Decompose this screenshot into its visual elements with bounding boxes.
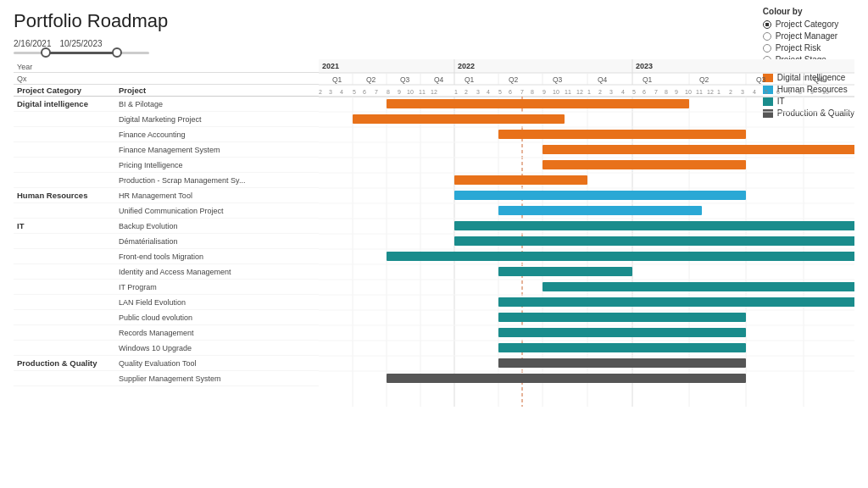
svg-text:5: 5 bbox=[632, 89, 636, 95]
svg-text:9: 9 bbox=[398, 89, 401, 95]
svg-text:11: 11 bbox=[419, 89, 426, 95]
project-bi: BI & Pilotage bbox=[115, 100, 319, 108]
project-identity: Identity and Access Management bbox=[115, 268, 319, 276]
svg-text:4: 4 bbox=[753, 89, 756, 95]
table-row: Production - Scrap Management Sy... bbox=[14, 173, 319, 188]
bar-supplier bbox=[387, 374, 746, 383]
slider-handle-left[interactable] bbox=[41, 47, 51, 58]
svg-text:12: 12 bbox=[707, 89, 714, 95]
radio-project-manager[interactable] bbox=[763, 32, 771, 41]
qx-label: Qx bbox=[17, 75, 27, 83]
svg-text:3: 3 bbox=[741, 89, 744, 95]
colour-option-2[interactable]: Project Manager bbox=[763, 31, 854, 41]
project-pricing: Pricing Intelligence bbox=[115, 161, 319, 169]
table-row: Finance Management System bbox=[14, 142, 319, 158]
bar-backup bbox=[454, 221, 854, 230]
project-cloud: Public cloud evolution bbox=[115, 313, 319, 322]
svg-text:2: 2 bbox=[319, 89, 322, 95]
project-supplier: Supplier Management System bbox=[115, 374, 319, 383]
table-row: Human Resources HR Management Tool bbox=[14, 188, 319, 203]
table-row: Windows 10 Upgrade bbox=[14, 341, 319, 356]
svg-text:8: 8 bbox=[798, 89, 802, 95]
radio-project-risk[interactable] bbox=[763, 44, 771, 53]
colour-option-3[interactable]: Project Risk bbox=[763, 43, 854, 53]
svg-text:Q2: Q2 bbox=[699, 75, 709, 84]
table-row: Digital Marketing Project bbox=[14, 112, 319, 127]
project-it-program: IT Program bbox=[115, 283, 319, 291]
project-backup: Backup Evolution bbox=[115, 222, 319, 230]
project-lan: LAN Field Evolution bbox=[115, 298, 319, 307]
table-row: Public cloud evolution bbox=[14, 310, 319, 325]
svg-text:6: 6 bbox=[509, 89, 512, 95]
svg-text:10: 10 bbox=[553, 89, 559, 95]
table-row: Dématérialisation bbox=[14, 234, 319, 249]
project-win10: Windows 10 Upgrade bbox=[115, 344, 319, 352]
svg-text:9: 9 bbox=[810, 89, 814, 95]
gantt-chart: 2021 2022 2023 Q1 Q2 Q3 Q4 bbox=[319, 59, 854, 407]
svg-text:Q1: Q1 bbox=[332, 75, 342, 84]
svg-text:1: 1 bbox=[454, 89, 458, 95]
svg-text:Q4: Q4 bbox=[434, 75, 444, 84]
left-year-header: Year bbox=[14, 59, 319, 73]
svg-text:Q1: Q1 bbox=[643, 75, 653, 84]
svg-text:7: 7 bbox=[520, 89, 524, 95]
bar-it-program bbox=[542, 282, 854, 291]
bar-finance-mgmt bbox=[542, 145, 854, 154]
svg-text:6: 6 bbox=[363, 89, 366, 95]
project-digital-marketing: Digital Marketing Project bbox=[115, 115, 319, 124]
slider-handle-right[interactable] bbox=[112, 47, 122, 58]
bar-unified-comm bbox=[498, 206, 702, 215]
bar-lan bbox=[498, 297, 854, 307]
svg-rect-0 bbox=[319, 59, 854, 73]
svg-text:11: 11 bbox=[565, 89, 571, 95]
project-finance-accounting: Finance Accounting bbox=[115, 130, 319, 139]
bar-finance-accounting bbox=[498, 130, 746, 139]
svg-text:3: 3 bbox=[329, 89, 332, 95]
category-hr: Human Resources bbox=[14, 191, 115, 200]
svg-text:Q3: Q3 bbox=[400, 75, 410, 84]
project-quality: Quality Evaluation Tool bbox=[115, 359, 319, 368]
svg-text:Q2: Q2 bbox=[366, 75, 376, 84]
bar-cloud bbox=[498, 313, 746, 322]
svg-text:8: 8 bbox=[531, 89, 534, 95]
table-row: Unified Communication Project bbox=[14, 203, 319, 219]
timeline-slider[interactable] bbox=[14, 52, 854, 54]
svg-text:2023: 2023 bbox=[636, 62, 653, 70]
svg-text:9: 9 bbox=[675, 89, 678, 95]
category-it: IT bbox=[14, 221, 115, 230]
bar-frontend bbox=[387, 252, 854, 261]
svg-text:12: 12 bbox=[576, 89, 583, 95]
colour-option-1[interactable]: Project Category bbox=[763, 19, 854, 29]
main-container: Colour by Project Category Project Manag… bbox=[0, 0, 868, 488]
chart-area: Year Qx Project Category Project Digital… bbox=[14, 59, 854, 408]
table-row: LAN Field Evolution bbox=[14, 295, 319, 310]
bar-pricing bbox=[542, 160, 746, 169]
year-label: Year bbox=[14, 63, 32, 71]
table-row: Front-end tools Migration bbox=[14, 249, 319, 264]
colour-option-1-label: Project Category bbox=[776, 19, 838, 29]
svg-text:Q4: Q4 bbox=[814, 75, 824, 84]
svg-text:1: 1 bbox=[587, 89, 591, 95]
project-records: Records Management bbox=[115, 329, 319, 337]
bar-bi-pilotage bbox=[387, 99, 689, 108]
project-demat: Dématérialisation bbox=[115, 237, 319, 246]
svg-text:8: 8 bbox=[387, 89, 390, 95]
project-finance-mgmt: Finance Management System bbox=[115, 146, 319, 154]
slider-track[interactable] bbox=[14, 52, 149, 54]
bar-quality bbox=[498, 358, 746, 368]
page-title: Portfolio Roadmap bbox=[14, 10, 854, 32]
bar-records bbox=[498, 328, 746, 337]
svg-text:6: 6 bbox=[643, 89, 646, 95]
category-pq: Production & Quality bbox=[14, 358, 115, 368]
category-header: Project Category bbox=[14, 86, 115, 95]
svg-text:2: 2 bbox=[465, 89, 468, 95]
colour-option-2-label: Project Manager bbox=[776, 31, 837, 41]
radio-project-category[interactable] bbox=[763, 20, 771, 29]
project-hr-tool: HR Management Tool bbox=[115, 191, 319, 200]
svg-text:9: 9 bbox=[542, 89, 546, 95]
svg-text:Q4: Q4 bbox=[598, 75, 608, 84]
svg-text:2022: 2022 bbox=[458, 62, 475, 70]
colour-by-label: Colour by bbox=[763, 7, 854, 16]
svg-text:3: 3 bbox=[476, 89, 480, 95]
svg-text:12: 12 bbox=[431, 89, 437, 95]
